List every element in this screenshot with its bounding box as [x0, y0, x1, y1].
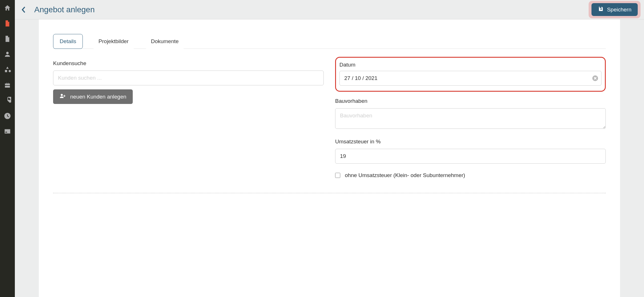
save-icon — [598, 6, 603, 13]
nav-contact-card-icon[interactable] — [3, 127, 11, 135]
nav-home-icon[interactable] — [3, 4, 11, 12]
kundensuche-input[interactable] — [53, 71, 324, 85]
user-plus-icon — [59, 93, 66, 101]
umsatzsteuer-label: Umsatzsteuer in % — [335, 139, 606, 145]
tab-projektbilder[interactable]: Projektbilder — [92, 34, 135, 49]
back-button[interactable] — [20, 6, 27, 13]
field-kundensuche: Kundensuche neuen Kunden anlegen — [53, 60, 324, 104]
field-umsatzsteuer: Umsatzsteuer in % — [335, 139, 606, 164]
nav-clock-icon[interactable] — [3, 112, 11, 120]
nav-toolbox-icon[interactable] — [3, 81, 11, 89]
datum-input[interactable] — [339, 71, 601, 86]
field-bauvorhaben: Bauvorhaben — [335, 98, 606, 130]
new-customer-button-label: neuen Kunden anlegen — [70, 94, 126, 100]
form-grid: Kundensuche neuen Kunden anlegen Datum — [53, 60, 606, 178]
tab-details[interactable]: Details — [53, 34, 83, 49]
page-title: Angebot anlegen — [34, 5, 95, 14]
main-area: Details Projektbilder Dokumente Kundensu… — [15, 19, 644, 297]
ohne-umsatzsteuer-checkbox[interactable] — [335, 173, 340, 178]
new-customer-button[interactable]: neuen Kunden anlegen — [53, 89, 133, 104]
ohne-umsatzsteuer-row: ohne Umsatzsteuer (Klein- oder Subuntern… — [335, 172, 606, 178]
nav-user-icon[interactable] — [3, 50, 11, 58]
form-left-column: Kundensuche neuen Kunden anlegen — [53, 60, 324, 178]
topbar: Angebot anlegen Speichern — [15, 0, 644, 19]
tabs: Details Projektbilder Dokumente — [53, 34, 606, 49]
datum-field-highlight: Datum — [335, 57, 606, 92]
kundensuche-label: Kundensuche — [53, 60, 324, 67]
save-button-highlight: Speichern — [589, 1, 641, 18]
save-button-label: Speichern — [607, 7, 631, 13]
clear-date-icon[interactable] — [592, 75, 598, 81]
datum-label: Datum — [339, 62, 601, 68]
content-card: Details Projektbilder Dokumente Kundensu… — [39, 19, 620, 297]
sidebar-nav — [0, 0, 15, 297]
nav-shapes-icon[interactable] — [3, 66, 11, 74]
nav-document-icon[interactable] — [3, 19, 11, 27]
bauvorhaben-input[interactable] — [335, 108, 606, 129]
bauvorhaben-label: Bauvorhaben — [335, 98, 606, 104]
save-button[interactable]: Speichern — [591, 3, 638, 16]
section-divider — [53, 193, 606, 193]
ohne-umsatzsteuer-label[interactable]: ohne Umsatzsteuer (Klein- oder Subuntern… — [345, 172, 465, 178]
umsatzsteuer-input[interactable] — [335, 149, 606, 164]
nav-chart-pie-icon[interactable] — [3, 97, 11, 105]
tab-dokumente[interactable]: Dokumente — [144, 34, 185, 49]
nav-invoice-icon[interactable] — [3, 35, 11, 43]
form-right-column: Datum Bauvorhaben Umsatzsteuer in % — [335, 60, 606, 178]
